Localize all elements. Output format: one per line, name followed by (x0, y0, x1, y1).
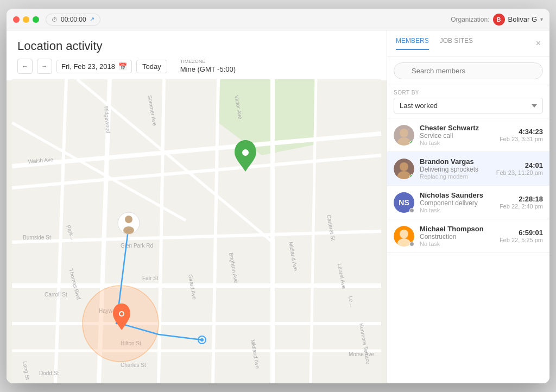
member-item[interactable]: Michael Thompson Construction No task 6:… (387, 219, 549, 253)
timer-value: 00:00:00 (61, 16, 86, 23)
today-button[interactable]: Today (136, 60, 167, 73)
member-item[interactable]: Chester Schwartz Service call No task 4:… (387, 118, 549, 152)
titlebar: ⏱ 00:00:00 ↗ Organization: B Bolivar G ▾ (7, 9, 549, 30)
right-panel: MEMBERS JOB SITES × 🔍 SORT BY (387, 30, 549, 383)
svg-text:Dodd St: Dodd St (39, 370, 59, 376)
map-controls: ← → Fri, Feb 23, 2018 📅 Today TIMEZONE M… (17, 59, 376, 74)
timer-arrow-icon: ↗ (90, 16, 94, 23)
map-area: Location activity ← → Fri, Feb 23, 2018 … (7, 30, 387, 383)
svg-point-50 (400, 129, 408, 137)
maximize-button[interactable] (33, 16, 39, 23)
member-time-info: 24:01 Feb 23, 11:20 am (496, 161, 543, 176)
member-info: Brandon Vargas Delivering sprockets Repl… (420, 157, 491, 180)
search-section: 🔍 (387, 57, 549, 85)
member-date: Feb 23, 3:31 pm (500, 136, 543, 142)
svg-point-46 (242, 149, 249, 156)
member-time: 4:34:23 (500, 128, 543, 136)
member-date: Feb 22, 2:40 pm (500, 203, 543, 210)
org-name: Bolivar G (508, 15, 537, 23)
org-section: Organization: B Bolivar G ▾ (451, 14, 543, 26)
member-time-info: 4:34:23 Feb 23, 3:31 pm (500, 128, 543, 142)
status-dot (409, 208, 414, 213)
member-task: Replacing modem (420, 173, 491, 180)
svg-point-45 (123, 226, 134, 234)
sort-select[interactable]: Last worked Name Time worked (394, 98, 543, 113)
date-picker[interactable]: Fri, Feb 23, 2018 📅 (56, 60, 132, 73)
svg-text:Morse Ave: Morse Ave (349, 351, 374, 357)
search-input[interactable] (394, 62, 543, 79)
member-date: Feb 22, 5:25 pm (500, 237, 543, 243)
date-value: Fri, Feb 23, 2018 (61, 62, 115, 71)
sort-section: SORT BY Last worked Name Time worked (387, 85, 549, 118)
clock-icon: ⏱ (52, 16, 58, 23)
member-task: No task (420, 207, 494, 213)
member-name: Michael Thompson (420, 225, 494, 233)
svg-point-44 (125, 216, 132, 223)
org-avatar: B (493, 14, 505, 26)
member-time-info: 6:59:01 Feb 22, 5:25 pm (500, 229, 543, 243)
status-dot (409, 174, 414, 179)
member-job: Service call (420, 132, 494, 140)
main-content: Location activity ← → Fri, Feb 23, 2018 … (7, 30, 549, 383)
sort-label: SORT BY (394, 90, 543, 96)
calendar-icon: 📅 (118, 62, 127, 71)
tab-members[interactable]: MEMBERS (396, 37, 429, 50)
svg-point-48 (120, 312, 123, 315)
next-date-button[interactable]: → (37, 59, 52, 74)
svg-point-53 (400, 162, 408, 171)
status-dot (409, 242, 414, 246)
close-button[interactable] (13, 16, 20, 23)
svg-text:Carroll St: Carroll St (45, 292, 67, 298)
app-window: ⏱ 00:00:00 ↗ Organization: B Bolivar G ▾… (7, 9, 549, 383)
timezone-value: Mine (GMT -5:00) (180, 65, 236, 73)
timezone-section: TIMEZONE Mine (GMT -5:00) (180, 59, 236, 74)
member-info: Michael Thompson Construction No task (420, 225, 494, 247)
member-time: 6:59:01 (500, 229, 543, 237)
svg-point-56 (400, 230, 408, 238)
member-item[interactable]: NS Nicholas Saunders Component delivery … (387, 186, 549, 219)
member-info: Nicholas Saunders Component delivery No … (420, 191, 494, 213)
status-dot (409, 141, 414, 146)
member-job: Delivering sprockets (420, 166, 491, 173)
svg-text:Charles St: Charles St (121, 362, 146, 368)
member-name: Nicholas Saunders (420, 191, 494, 199)
timer-pill[interactable]: ⏱ 00:00:00 ↗ (46, 14, 100, 26)
page-title: Location activity (17, 39, 376, 53)
org-label: Organization: (451, 16, 489, 23)
member-info: Chester Schwartz Service call No task (420, 124, 494, 146)
member-job: Construction (420, 233, 494, 241)
member-job: Component delivery (420, 199, 494, 207)
tab-jobsites[interactable]: JOB SITES (440, 37, 473, 50)
member-task: No task (420, 241, 494, 247)
member-time: 2:28:18 (500, 195, 543, 203)
member-task: No task (420, 140, 494, 146)
timezone-label: TIMEZONE (180, 59, 236, 64)
map-header: Location activity ← → Fri, Feb 23, 2018 … (7, 30, 387, 81)
prev-date-button[interactable]: ← (17, 59, 33, 74)
search-wrapper: 🔍 (394, 62, 543, 79)
member-date: Feb 23, 11:20 am (496, 169, 543, 176)
close-panel-button[interactable]: × (536, 39, 541, 48)
member-item[interactable]: Brandon Vargas Delivering sprockets Repl… (387, 152, 549, 186)
avatar (394, 125, 414, 146)
member-name: Brandon Vargas (420, 157, 491, 166)
members-list: Chester Schwartz Service call No task 4:… (387, 118, 549, 383)
map-container[interactable]: Walsh Ave Ridgewood Sommer Ave Victor Av… (7, 79, 387, 383)
traffic-lights (13, 16, 39, 23)
avatar (394, 159, 414, 179)
minimize-button[interactable] (23, 16, 29, 23)
member-time-info: 2:28:18 Feb 22, 2:40 pm (500, 195, 543, 210)
svg-text:Fair St: Fair St (142, 275, 159, 281)
org-chevron-icon[interactable]: ▾ (540, 16, 543, 22)
panel-header: MEMBERS JOB SITES × (387, 30, 549, 57)
member-name: Chester Schwartz (420, 124, 494, 132)
panel-tabs: MEMBERS JOB SITES (396, 37, 473, 50)
member-time: 24:01 (496, 161, 543, 169)
svg-point-42 (200, 338, 204, 342)
svg-text:Burnside St: Burnside St (23, 235, 51, 241)
